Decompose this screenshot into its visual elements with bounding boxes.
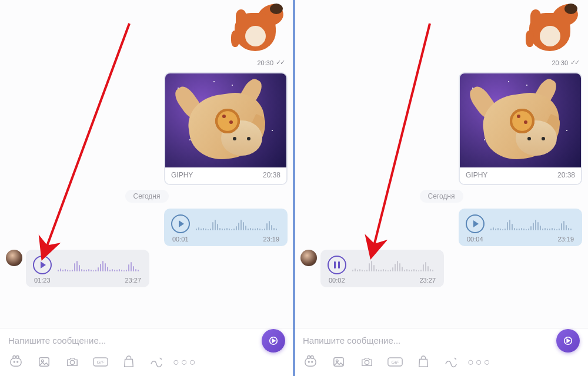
message-gif: GIPHY 20:38	[6, 72, 288, 185]
gif-time: 20:38	[557, 171, 575, 179]
play-icon	[473, 220, 479, 227]
svg-rect-1	[11, 358, 21, 367]
day-separator: Сегодня	[420, 190, 463, 203]
gif-source-label: GIPHY	[466, 171, 487, 179]
gif-card[interactable]: GIPHY 20:38	[164, 72, 288, 185]
play-icon	[41, 261, 46, 268]
svg-point-4	[14, 361, 15, 362]
gif-icon[interactable]: GIF	[93, 355, 108, 369]
svg-rect-13	[305, 358, 316, 367]
message-time: 20:30✓✓	[300, 59, 579, 66]
waveform[interactable]	[196, 217, 280, 230]
doodle-icon[interactable]	[149, 355, 165, 369]
read-checks-icon: ✓✓	[570, 59, 579, 66]
voice-time: 23:19	[557, 236, 574, 243]
chat-scroll[interactable]: 20:30✓✓	[0, 0, 293, 320]
gif-card[interactable]: GIPHY 20:38	[459, 72, 582, 185]
camera-icon[interactable]	[359, 355, 375, 369]
svg-point-2	[13, 356, 16, 359]
svg-point-19	[336, 360, 338, 362]
pause-icon	[334, 261, 340, 268]
svg-point-3	[16, 356, 19, 359]
voice-bubble-out[interactable]: 00:01 23:19	[164, 209, 288, 246]
message-voice-in: 00:02 23:27	[300, 250, 582, 287]
message-input[interactable]: Напишите сообщение...	[0, 328, 293, 352]
play-button[interactable]	[466, 214, 485, 233]
voice-bubble-in[interactable]: 00:02 23:27	[320, 250, 444, 287]
gif-image	[460, 73, 581, 167]
gif-source-label: GIPHY	[171, 171, 193, 179]
voice-duration: 00:04	[467, 236, 483, 243]
svg-rect-6	[39, 358, 49, 367]
waveform[interactable]	[352, 258, 437, 271]
svg-point-16	[308, 361, 309, 362]
gif-icon[interactable]: GIF	[387, 355, 403, 369]
message-sticker	[300, 8, 582, 55]
svg-text:GIF: GIF	[97, 360, 105, 365]
more-icon[interactable]: ○○○	[472, 355, 487, 369]
message-voice-out: 00:04 23:19	[300, 209, 582, 246]
chat-scroll[interactable]: 20:30✓✓	[295, 0, 588, 320]
waveform[interactable]	[58, 258, 142, 271]
chat-pane-left: 20:30✓✓	[0, 0, 293, 376]
play-button[interactable]	[171, 214, 190, 233]
voice-duration: 00:02	[329, 277, 345, 284]
svg-point-8	[70, 360, 74, 364]
message-voice-in: 01:23 23:27	[6, 250, 288, 287]
composer: Напишите сообщение... GIF ○○○	[0, 328, 293, 376]
send-voice-button[interactable]	[262, 329, 285, 352]
message-time: 20:30✓✓	[6, 59, 284, 66]
voice-time: 23:27	[419, 277, 436, 284]
more-icon[interactable]: ○○○	[178, 355, 193, 369]
sticker-icon[interactable]	[303, 355, 318, 369]
send-voice-button[interactable]	[556, 329, 580, 352]
svg-point-5	[17, 361, 18, 362]
voice-time: 23:19	[263, 236, 279, 243]
voice-duration: 01:23	[34, 277, 51, 284]
chat-pane-right: 20:30✓✓	[295, 0, 588, 376]
svg-point-15	[310, 356, 313, 359]
camera-icon[interactable]	[65, 355, 80, 369]
svg-text:GIF: GIF	[392, 360, 400, 365]
gallery-icon[interactable]	[331, 355, 346, 369]
play-icon	[179, 220, 184, 227]
shop-icon[interactable]	[121, 355, 136, 369]
svg-rect-18	[334, 358, 343, 367]
voice-time: 23:27	[125, 277, 141, 284]
waveform[interactable]	[490, 217, 575, 230]
avatar[interactable]	[300, 250, 317, 266]
shop-icon[interactable]	[416, 355, 431, 369]
day-separator: Сегодня	[125, 190, 169, 203]
svg-point-14	[308, 356, 310, 359]
pause-button[interactable]	[328, 256, 346, 274]
svg-point-20	[365, 360, 369, 364]
voice-duration: 00:01	[172, 236, 189, 243]
avatar[interactable]	[6, 250, 22, 266]
message-voice-out: 00:01 23:19	[6, 209, 288, 246]
sticker-fox[interactable]	[517, 8, 582, 55]
voice-bubble-out[interactable]: 00:04 23:19	[459, 209, 582, 246]
read-checks-icon: ✓✓	[276, 59, 284, 66]
composer: Напишите сообщение... GIF ○○○	[295, 328, 588, 376]
gif-image	[165, 73, 286, 167]
svg-point-7	[41, 360, 44, 362]
doodle-icon[interactable]	[444, 355, 459, 369]
message-input[interactable]: Напишите сообщение...	[295, 328, 588, 352]
voice-bubble-in[interactable]: 01:23 23:27	[26, 250, 149, 287]
gif-time: 20:38	[263, 171, 280, 179]
message-sticker	[6, 8, 288, 55]
sticker-fox[interactable]	[223, 8, 288, 55]
svg-point-17	[312, 361, 313, 362]
gallery-icon[interactable]	[36, 355, 52, 369]
message-gif: GIPHY 20:38	[300, 72, 582, 185]
sticker-icon[interactable]	[8, 355, 24, 369]
play-button[interactable]	[33, 256, 52, 274]
